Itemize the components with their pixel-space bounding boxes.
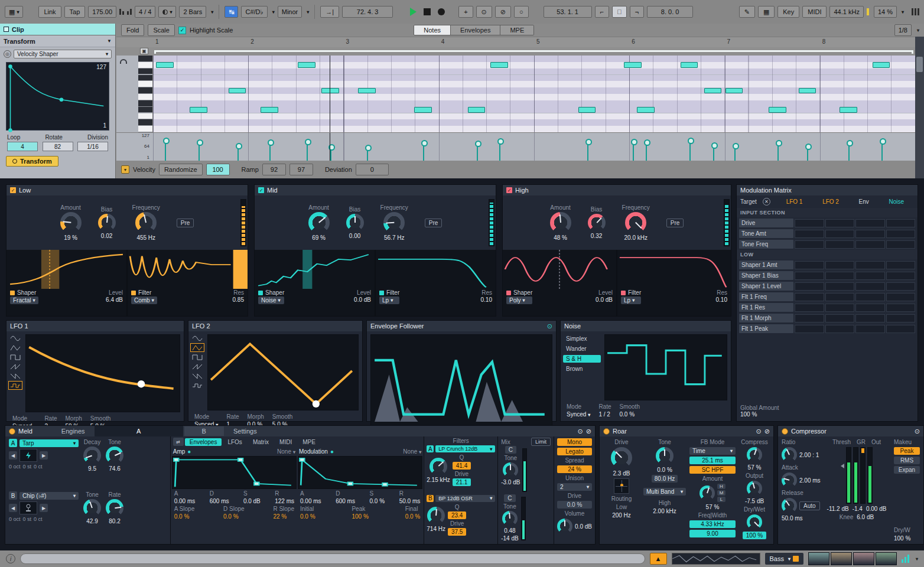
- matrix-cell-group[interactable]: [855, 240, 885, 249]
- clip-start-marker-icon[interactable]: ▣: [140, 48, 148, 54]
- pre-button[interactable]: Pre: [425, 219, 443, 227]
- matrix-cell-group[interactable]: [855, 325, 885, 333]
- meld-header[interactable]: Meld Engines A B Settings ⊙ ⊘: [5, 426, 595, 436]
- tab-notes[interactable]: Notes: [414, 25, 451, 35]
- midi-note[interactable]: [414, 107, 432, 113]
- grid-setting[interactable]: 1/8: [894, 24, 912, 36]
- tab-mpe[interactable]: MPE: [500, 25, 533, 35]
- midi-note[interactable]: [190, 107, 207, 113]
- transform-section-header[interactable]: Transform ▼: [0, 35, 115, 47]
- matrix-target-label[interactable]: Shaper 1 Level: [739, 282, 793, 291]
- matrix-cell-group[interactable]: [886, 261, 916, 269]
- mod-decay-value[interactable]: 600 ms: [336, 498, 355, 504]
- routing-selector[interactable]: Multi Band▾: [643, 488, 686, 496]
- highlight-scale-checkbox[interactable]: ✓: [178, 27, 186, 34]
- tab-b[interactable]: B: [184, 426, 224, 436]
- amp-release-value[interactable]: 122 ms: [275, 498, 294, 504]
- mod-assign-selector[interactable]: None▾: [403, 448, 421, 455]
- matrix-cell-group[interactable]: [855, 314, 885, 322]
- save-preset-icon[interactable]: ⊘: [764, 428, 770, 435]
- spread-value[interactable]: 24 %: [557, 465, 592, 473]
- midi-note[interactable]: [298, 62, 315, 68]
- filter-type-selector[interactable]: Lp▾: [379, 296, 399, 304]
- matrix-cell-group[interactable]: [825, 261, 855, 269]
- automation-arm-button[interactable]: ⊙: [476, 6, 492, 18]
- unison-voices-selector[interactable]: 2▾: [557, 483, 592, 491]
- roar-dry-wet-value[interactable]: 100 %: [743, 532, 766, 539]
- piano-key[interactable]: [138, 81, 152, 87]
- matrix-cell-group[interactable]: [855, 230, 885, 238]
- next-engine-icon[interactable]: ▶: [40, 504, 48, 512]
- piano-keys-column[interactable]: [116, 56, 153, 132]
- sine-wave-icon[interactable]: [191, 334, 204, 342]
- record-button[interactable]: [438, 8, 445, 15]
- roar-amount-knob[interactable]: [699, 485, 715, 501]
- piano-key[interactable]: [138, 113, 152, 120]
- noise-mode-selector[interactable]: Synced▾: [567, 411, 590, 418]
- ratio-knob[interactable]: [782, 447, 797, 462]
- matrix-cell-group[interactable]: [825, 304, 855, 312]
- matrix-cell-group[interactable]: [886, 293, 916, 301]
- matrix-cell-group[interactable]: [795, 219, 824, 227]
- piano-key[interactable]: [138, 56, 152, 62]
- matrix-source-env[interactable]: Env: [859, 198, 869, 205]
- deviation-field[interactable]: 0: [356, 164, 389, 175]
- quantize-menu[interactable]: 2 Bars: [179, 6, 206, 18]
- scale-root-selector[interactable]: C#/D♭: [241, 6, 267, 18]
- modulation-envelope-graph[interactable]: [298, 456, 422, 489]
- tab-settings[interactable]: Settings: [225, 426, 265, 436]
- filter-b-q-value[interactable]: 23.4: [448, 511, 466, 519]
- clear-target-icon[interactable]: ✕: [763, 198, 770, 206]
- nudge-up-icon[interactable]: [127, 9, 132, 15]
- caret-down-icon[interactable]: ▾: [916, 556, 918, 562]
- loop-region-strip[interactable]: ▣: [116, 47, 924, 56]
- loop-start-field[interactable]: 53. 1. 1: [544, 6, 592, 18]
- velocity-marker[interactable]: [848, 144, 850, 161]
- bias-knob[interactable]: [346, 214, 364, 232]
- midi-note[interactable]: [229, 88, 246, 94]
- pre-button[interactable]: Pre: [177, 219, 194, 227]
- high-band-header[interactable]: ✓ High: [503, 185, 731, 195]
- midi-note[interactable]: [156, 62, 174, 68]
- matrix-target-label[interactable]: Flt 1 Peak: [739, 324, 793, 333]
- sc-hpf-button[interactable]: SC HPF: [689, 466, 736, 474]
- low-filter-graph[interactable]: Filter Comb▾ Res0.85: [128, 250, 248, 316]
- engine-b-knob2[interactable]: [106, 499, 123, 517]
- save-preset-icon[interactable]: ⊘: [586, 428, 591, 435]
- matrix-cell-group[interactable]: [855, 304, 885, 312]
- roar-header[interactable]: Roar ⊙ ⊘: [600, 426, 773, 436]
- midi-note[interactable]: [358, 88, 376, 94]
- triangle-wave-icon[interactable]: [9, 344, 22, 351]
- thresh-meter[interactable]: [853, 447, 858, 504]
- mid-band-activator[interactable]: ✓: [258, 187, 264, 193]
- auto-release-button[interactable]: Auto: [799, 501, 820, 510]
- info-icon[interactable]: i: [6, 554, 15, 563]
- matrix-cell-group[interactable]: [825, 219, 855, 227]
- randomize-button[interactable]: Randomize: [159, 164, 203, 175]
- filter-b-type-selector[interactable]: BP 12dB OSR▾: [435, 495, 495, 502]
- roar-tone-freq[interactable]: 80.0 Hz: [652, 475, 678, 483]
- mod-release-value[interactable]: 50.0 ms: [399, 498, 421, 504]
- matrix-cell-group[interactable]: [886, 282, 916, 291]
- engine-a-knob2[interactable]: [106, 447, 123, 464]
- mix-b-level[interactable]: -14 dB: [501, 535, 518, 542]
- matrix-cell-group[interactable]: [886, 325, 916, 333]
- scrollbar-thumb[interactable]: [916, 57, 923, 72]
- filter-a-freq-knob[interactable]: [430, 458, 447, 475]
- amp-assign-selector[interactable]: None▾: [277, 448, 295, 455]
- tab-envelopes[interactable]: Envelopes: [451, 25, 500, 35]
- mini-keyboard[interactable]: [138, 56, 152, 132]
- scale-button[interactable]: Scale: [148, 24, 175, 36]
- band-m-button[interactable]: M: [717, 490, 726, 496]
- velocity-lane-selector[interactable]: Velocity: [133, 166, 155, 173]
- matrix-cell-group[interactable]: [795, 304, 824, 312]
- release-knob[interactable]: [782, 498, 797, 513]
- options-menu-button[interactable]: ▦▾: [5, 6, 23, 18]
- midi-note[interactable]: [637, 107, 655, 113]
- level-value[interactable]: 0.0 dB: [354, 296, 371, 303]
- apply-transform-button[interactable]: Transform: [6, 156, 58, 167]
- device-thumbnail[interactable]: [853, 552, 874, 565]
- noise-smooth-value[interactable]: 0.0 %: [620, 411, 635, 418]
- square-wave-icon[interactable]: [191, 353, 204, 361]
- noise-mode-option[interactable]: S & H: [563, 355, 601, 363]
